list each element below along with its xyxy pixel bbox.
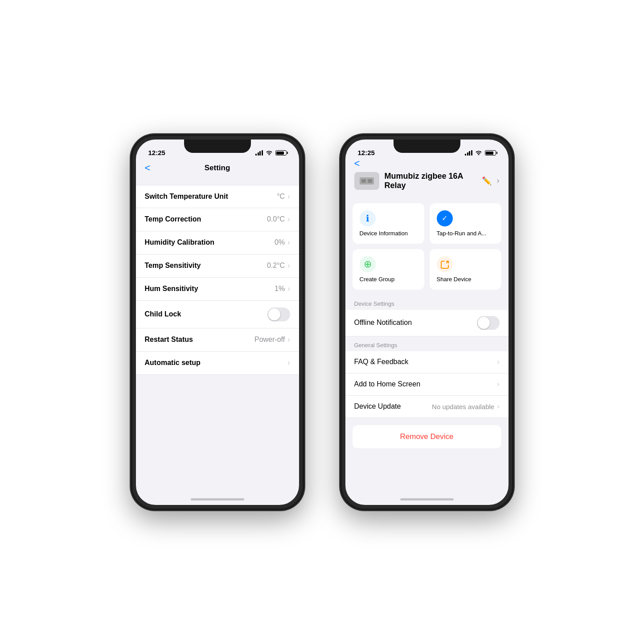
toggle-knob [478,317,490,329]
signal-icon [465,150,472,156]
item-label: Add to Home Screen [354,380,421,388]
item-right: › [497,358,499,366]
list-item[interactable]: Hum Sensitivity 1% › [136,278,299,301]
item-right: Power-off › [254,336,290,344]
toggle-knob [268,308,280,320]
faq-feedback-item[interactable]: FAQ & Feedback › [345,351,509,373]
list-item[interactable]: Temp Sensitivity 0.2°C › [136,254,299,278]
chevron-icon: › [497,358,499,366]
status-icons [465,150,496,156]
home-indicator [345,494,509,505]
edit-icon[interactable]: ✏️ [482,176,492,186]
item-value: 0.2°C [267,262,285,270]
chevron-icon: › [287,215,290,223]
phone-settings: 12:25 [131,134,304,510]
list-item[interactable]: Temp Correction 0.0°C › [136,208,299,231]
phone-device-settings: 12:25 [340,134,514,510]
home-indicator [136,494,299,505]
device-title-area: Mumubiz zigbee 16A Relay [385,172,476,191]
item-label: Restart Status [145,336,193,344]
notch [184,139,251,153]
offline-notification-toggle[interactable] [477,316,500,330]
home-bar [191,498,244,500]
item-right: °C › [277,193,290,201]
item-label: FAQ & Feedback [354,358,409,366]
item-label: Offline Notification [354,319,412,327]
quick-actions-grid: ℹ Device Information ✓ Tap-to-Run and A.… [345,198,509,295]
device-information-card[interactable]: ℹ Device Information [353,203,424,244]
chevron-icon: › [287,336,290,344]
battery-icon [485,150,496,156]
nav-bar: < [345,159,509,167]
item-value: 1% [275,285,285,293]
chevron-icon: › [287,359,290,367]
chevron-icon: › [287,193,290,201]
page-title: Setting [205,164,230,172]
device-name: Mumubiz zigbee 16A Relay [385,172,476,191]
item-label: Automatic setup [145,359,201,367]
wifi-icon [475,150,482,156]
status-time: 12:25 [148,149,165,156]
general-settings-section: General Settings FAQ & Feedback › Add to… [345,340,509,418]
chevron-icon: › [287,285,290,293]
item-right: 0.0°C › [267,215,290,223]
svg-rect-1 [361,179,366,183]
section-title: General Settings [345,340,509,351]
child-lock-item: Child Lock [136,301,299,328]
item-right: › [287,359,290,367]
nav-bar: < Setting [136,159,299,176]
item-value: 0% [275,238,285,246]
quick-label: Device Information [360,230,417,237]
back-button[interactable]: < [145,162,151,174]
item-right: 0% › [275,238,290,246]
tap-to-run-card[interactable]: ✓ Tap-to-Run and A... [430,203,501,244]
device-header-actions: ✏️ › [482,176,500,186]
item-value: 0.0°C [267,215,285,223]
signal-icon [255,150,263,156]
battery-icon [275,150,287,156]
device-settings-section: Device Settings Offline Notification [345,299,509,336]
item-right: › [497,380,499,388]
wifi-icon [266,150,273,156]
item-right: 1% › [275,285,290,293]
scene: 12:25 [0,0,644,644]
group-icon: ⊕ [360,256,376,272]
list-item[interactable]: Switch Temperature Unit °C › [136,185,299,208]
chevron-icon: › [287,262,290,270]
chevron-icon: › [287,238,290,246]
add-home-screen-item[interactable]: Add to Home Screen › [345,373,509,396]
share-device-card[interactable]: Share Device [430,249,501,290]
section-title: Device Settings [345,299,509,310]
automatic-setup-item[interactable]: Automatic setup › [136,352,299,375]
child-lock-toggle[interactable] [267,308,290,321]
info-icon: ℹ [360,210,376,226]
notch [394,139,460,153]
status-time: 12:25 [358,149,375,156]
chevron-icon: › [497,402,499,410]
svg-rect-2 [368,179,372,183]
item-value: No updates available [432,403,494,410]
item-label: Switch Temperature Unit [145,193,228,201]
settings-list: Switch Temperature Unit °C › Temp Correc… [136,176,299,494]
more-icon[interactable]: › [497,176,500,186]
quick-label: Create Group [360,276,417,283]
list-item[interactable]: Restart Status Power-off › [136,328,299,352]
item-label: Temp Correction [145,215,201,223]
item-value: Power-off [254,336,285,344]
quick-label: Share Device [437,276,494,283]
humidity-calibration-item[interactable]: Humidity Calibration 0% › [136,231,299,254]
device-scroll: Mumubiz zigbee 16A Relay ✏️ › ℹ Device I… [345,167,509,494]
share-icon [437,256,453,272]
back-button[interactable]: < [354,158,360,169]
create-group-card[interactable]: ⊕ Create Group [353,249,424,290]
item-right: 0.2°C › [267,262,290,270]
item-label: Device Update [354,402,401,410]
check-icon: ✓ [437,210,453,226]
quick-label: Tap-to-Run and A... [437,230,494,237]
chevron-icon: › [497,380,499,388]
item-right: No updates available › [432,402,499,410]
remove-device-button[interactable]: Remove Device [353,425,501,448]
offline-notification-item: Offline Notification [345,310,509,336]
device-update-item[interactable]: Device Update No updates available › [345,396,509,418]
device-header: Mumubiz zigbee 16A Relay ✏️ › [345,167,509,198]
